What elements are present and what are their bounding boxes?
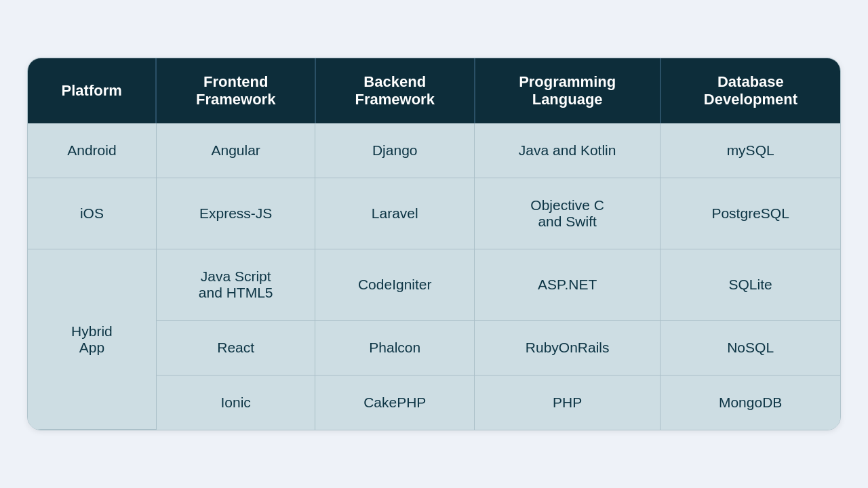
backend-phalcon: Phalcon <box>315 320 475 375</box>
backend-laravel: Laravel <box>315 178 475 249</box>
header-frontend: FrontendFramework <box>156 58 315 123</box>
header-backend: BackendFramework <box>315 58 475 123</box>
frontend-angular: Angular <box>156 123 315 178</box>
database-nosql: NoSQL <box>660 320 840 375</box>
database-mysql: mySQL <box>660 123 840 178</box>
backend-cakephp: CakePHP <box>315 375 475 430</box>
language-php: PHP <box>475 375 660 430</box>
backend-django: Django <box>315 123 475 178</box>
language-rubyonrails: RubyOnRails <box>475 320 660 375</box>
header-language: ProgrammingLanguage <box>475 58 660 123</box>
table-row: iOS Express-JS Laravel Objective Cand Sw… <box>28 178 840 249</box>
database-postgresql: PostgreSQL <box>660 178 840 249</box>
language-objective-swift: Objective Cand Swift <box>475 178 660 249</box>
main-table-wrapper: Platform FrontendFramework BackendFramew… <box>27 58 841 431</box>
platform-hybrid: HybridApp <box>28 249 156 430</box>
table-row: HybridApp Java Scriptand HTML5 CodeIgnit… <box>28 249 840 320</box>
table-row: Android Angular Django Java and Kotlin m… <box>28 123 840 178</box>
language-java-kotlin: Java and Kotlin <box>475 123 660 178</box>
frontend-javascript-html5: Java Scriptand HTML5 <box>156 249 315 320</box>
database-mongodb: MongoDB <box>660 375 840 430</box>
backend-codeigniter: CodeIgniter <box>315 249 475 320</box>
header-database: DatabaseDevelopment <box>660 58 840 123</box>
comparison-table: Platform FrontendFramework BackendFramew… <box>28 58 840 430</box>
language-aspnet: ASP.NET <box>475 249 660 320</box>
header-platform: Platform <box>28 58 156 123</box>
platform-android: Android <box>28 123 156 178</box>
frontend-ionic: Ionic <box>156 375 315 430</box>
frontend-react: React <box>156 320 315 375</box>
header-row: Platform FrontendFramework BackendFramew… <box>28 58 840 123</box>
database-sqlite: SQLite <box>660 249 840 320</box>
frontend-expressjs: Express-JS <box>156 178 315 249</box>
platform-ios: iOS <box>28 178 156 249</box>
